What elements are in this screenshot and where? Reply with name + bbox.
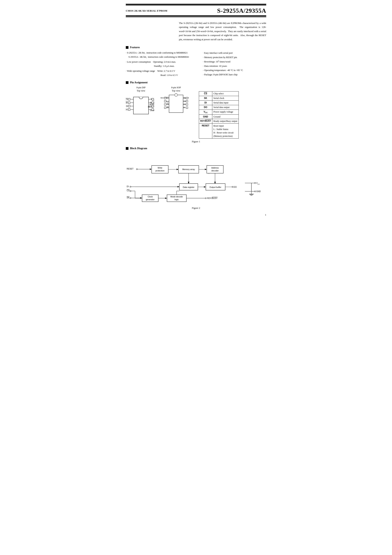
feature-left-1: · S-29255A : 2K-bit, instruction code co…: [126, 51, 203, 55]
pin-assignment-title: Pin Assignment: [130, 81, 148, 84]
svg-text:DI: DI: [127, 185, 129, 188]
pin-name-cs: CS: [199, 91, 212, 96]
sop-title: 8-pin SOPTop view: [160, 86, 192, 92]
svg-text:CS: CS: [126, 98, 128, 100]
pin-assignment-icon: [126, 81, 129, 84]
svg-text:Clock: Clock: [148, 196, 153, 198]
svg-rect-16: [128, 109, 130, 110]
svg-text:CS: CS: [167, 103, 169, 105]
pin-desc-di: Serial data input: [212, 101, 239, 105]
svg-marker-61: [177, 169, 179, 170]
pin-desc-gnd: Ground: [212, 114, 239, 119]
pin-name-do: DO: [199, 105, 212, 110]
svg-text:GND: GND: [256, 190, 261, 192]
svg-point-27: [175, 94, 178, 96]
description-text: The S-29255A (2K-bit) and S-29355A (4K-b…: [179, 21, 266, 41]
pin-row-di: DI Serial data input: [199, 101, 239, 105]
header-bar-thin: [126, 5, 266, 6]
feature-right-5: Operating temperature: -40 °C to +85 °C: [203, 68, 266, 73]
svg-point-113: [255, 183, 256, 184]
feature-left-4: Standby: 1.0 μA max.: [126, 64, 203, 68]
block-diagram-section: Block Diagram RESET Write protection Mem…: [126, 147, 266, 210]
header-content: CMOS 2K/4K-bit SERIAL E²PROM S-29255A/29…: [126, 6, 266, 15]
svg-rect-45: [186, 97, 188, 99]
feature-right-1: Easy interface with serial port: [203, 51, 266, 55]
svg-point-116: [255, 191, 256, 192]
svg-rect-49: [186, 104, 188, 105]
svg-text:Memory array: Memory array: [182, 168, 195, 170]
pin-desc-vcc: Power supply voltage: [212, 110, 239, 114]
svg-text:SK: SK: [127, 197, 130, 199]
svg-text:Data register: Data register: [183, 186, 195, 188]
pin-name-di: DI: [199, 101, 212, 105]
svg-rect-26: [169, 95, 183, 113]
pin-row-rdy: RDY/BUSY Ready output/Busy output: [199, 119, 239, 124]
svg-marker-100: [165, 197, 167, 199]
dip-svg: VCC RDY/ BUSY RESET GND CS SK: [126, 93, 156, 118]
svg-marker-66: [205, 169, 207, 170]
svg-point-54: [136, 169, 138, 170]
svg-point-93: [130, 197, 131, 198]
svg-text:generator: generator: [146, 198, 155, 201]
svg-marker-85: [204, 186, 206, 188]
svg-text:Write: Write: [158, 167, 162, 169]
pin-desc-cs: Chip select: [212, 91, 239, 96]
block-diagram-svg: RESET Write protection Memory array Addr…: [126, 152, 266, 205]
pin-row-reset: RESET Reset inputL : Stable StatusH : Re…: [199, 124, 239, 139]
feature-left-2: S-29355A : 4K-bit, instruction code conf…: [126, 55, 203, 59]
svg-text:Address: Address: [211, 167, 219, 169]
pin-table: CS Chip select SK Serial clock DI Serial…: [199, 91, 239, 139]
pin-name-rdy: RDY/BUSY: [199, 119, 212, 124]
svg-marker-56: [150, 168, 152, 170]
svg-text:logic: logic: [174, 198, 179, 201]
header-divider-top: [126, 15, 266, 16]
pin-assignment-heading: Pin Assignment: [126, 81, 266, 84]
dip-diagram: 8-pin DIPTop view VCC RDY/ BUSY RESET GN…: [126, 86, 156, 119]
figure2-label: Figure 2: [126, 206, 266, 210]
svg-text:DO: DO: [234, 186, 237, 188]
features-heading: Features: [126, 46, 266, 49]
pin-name-vcc: VCC: [199, 110, 212, 114]
features-left: · S-29255A : 2K-bit, instruction code co…: [126, 51, 203, 77]
dip-title: 8-pin DIPTop view: [126, 86, 156, 92]
svg-text:RESET: RESET: [127, 168, 134, 170]
block-diagram-title: Block Diagram: [130, 147, 147, 150]
feature-right-4: Data retention: 10 years: [203, 64, 266, 68]
svg-rect-43: [164, 107, 166, 109]
svg-rect-19: [152, 98, 154, 100]
pin-row-cs: CS Chip select: [199, 91, 239, 96]
svg-text:CS: CS: [127, 190, 130, 192]
svg-rect-41: [164, 104, 166, 105]
svg-point-109: [205, 197, 206, 199]
pin-name-gnd: GND: [199, 114, 212, 119]
block-diagram-icon: [126, 147, 129, 150]
svg-text:DI: DI: [126, 105, 128, 107]
svg-point-76: [130, 186, 131, 187]
features-section: Features · S-29255A : 2K-bit, instructio…: [126, 46, 266, 77]
pin-row-do: DO Serial data output: [199, 105, 239, 110]
pin-desc-sk: Serial clock: [212, 96, 239, 101]
svg-text:SK: SK: [126, 102, 128, 104]
block-diagram-heading: Block Diagram: [126, 147, 266, 150]
pin-row-sk: SK Serial clock: [199, 96, 239, 101]
svg-rect-25: [152, 109, 154, 110]
pin-table-container: CS Chip select SK Serial clock DI Serial…: [197, 91, 266, 139]
pin-assignment-section: Pin Assignment 8-pin DIPTop view VCC RDY…: [126, 81, 266, 143]
svg-text:SK: SK: [167, 107, 169, 108]
figure1-label: Figure 1: [126, 140, 266, 143]
feature-right-3: Rewritings: 105 times/word: [203, 59, 266, 64]
svg-text:protection: protection: [156, 169, 165, 172]
pin-name-reset: RESET: [199, 124, 212, 139]
svg-text:DO: DO: [126, 109, 128, 111]
svg-text:VCC: VCC: [256, 182, 260, 185]
sop-diagram: 8-pin SOPTop view RDY/BUSY VCC CS SK RES…: [160, 86, 192, 119]
features-right-list: Easy interface with serial port Memory p…: [203, 51, 266, 77]
features-title: Features: [130, 46, 140, 49]
svg-marker-95: [140, 197, 142, 199]
svg-rect-7: [128, 98, 130, 100]
svg-rect-51: [186, 107, 188, 109]
svg-point-81: [130, 190, 131, 191]
svg-rect-39: [164, 100, 166, 102]
features-grid: · S-29255A : 2K-bit, instruction code co…: [126, 51, 266, 77]
svg-text:RDY/BUSY: RDY/BUSY: [207, 197, 218, 199]
